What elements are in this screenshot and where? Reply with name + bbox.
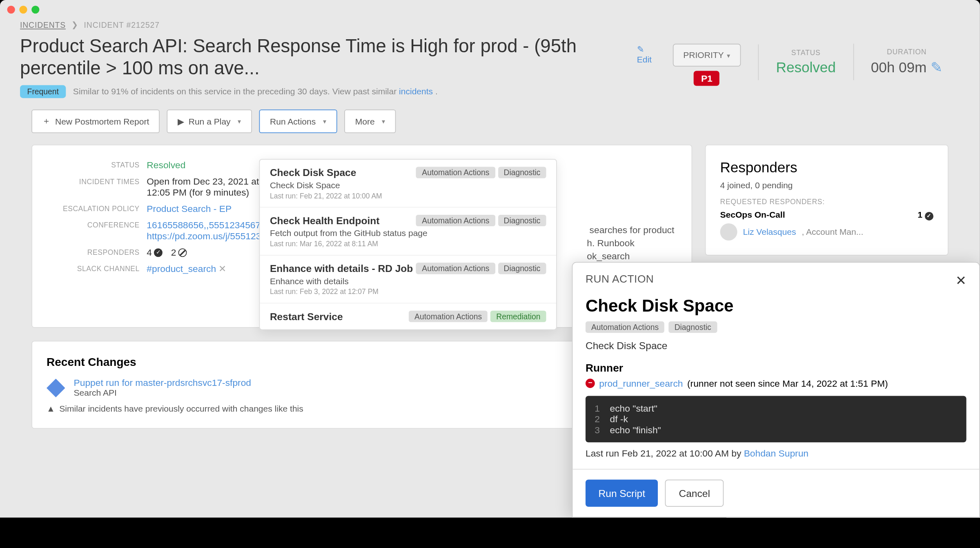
run-action-desc: Check Disk Space [586,340,967,352]
menu-item-check-disk-space[interactable]: Check Disk SpaceAutomation ActionsDiagno… [260,160,556,207]
check-icon: ✓ [925,212,933,221]
menu-item-restart-service[interactable]: Restart ServiceAutomation ActionsRemedia… [260,303,556,329]
priority-badge: P1 [694,71,719,86]
close-window-icon[interactable] [7,6,15,13]
edit-duration-icon[interactable]: ✎ [931,59,943,75]
minus-icon: − [586,379,595,388]
duration-label: DURATION [871,48,943,56]
run-action-title: Check Disk Space [586,296,967,316]
recent-changes-title: Recent Changes [47,356,136,369]
minimize-window-icon[interactable] [19,6,27,13]
run-actions-menu: Check Disk SpaceAutomation ActionsDiagno… [259,159,557,330]
run-play-dropdown[interactable]: ▶Run a Play [167,109,252,133]
run-action-header: RUN ACTION [586,273,654,289]
similar-text: Similar to 91% of incidents on this serv… [73,87,438,97]
status-label: STATUS [776,48,836,56]
runner-link[interactable]: prod_runner_search [599,378,683,389]
last-run-text: Last run Feb 21, 2022 at 10:00 AM by Boh… [586,448,967,459]
change-service: Search API [74,388,594,398]
breadcrumb: INCIDENTS ❯ INCIDENT #212527 [0,20,980,29]
new-postmortem-button[interactable]: ＋New Postmortem Report [31,109,160,133]
close-icon[interactable]: ✕ [956,273,966,289]
block-icon [178,248,187,256]
cancel-button[interactable]: Cancel [665,480,724,507]
script-code: 1echo "start" 2df -k 3echo "finish" [586,396,967,442]
change-icon [47,379,65,397]
more-dropdown[interactable]: More [344,109,396,133]
plus-icon: ＋ [42,115,51,127]
menu-item-enhance-details[interactable]: Enhance with details - RD JobAutomation … [260,256,556,303]
run-action-panel: RUN ACTION ✕ Check Disk Space Automation… [572,262,980,518]
responders-card: Responders 4 joined, 0 pending REQUESTED… [705,145,949,256]
breadcrumb-root[interactable]: INCIDENTS [20,20,66,29]
responders-title: Responders [720,160,933,176]
last-run-user-link[interactable]: Bohdan Suprun [744,448,808,459]
edit-button[interactable]: ✎ Edit [637,45,655,65]
runner-heading: Runner [586,361,967,374]
app-window: INCIDENTS ❯ INCIDENT #212527 Product Sea… [0,0,980,517]
status-value: Resolved [776,59,836,76]
menu-item-check-health[interactable]: Check Health EndpointAutomation ActionsD… [260,207,556,255]
frequent-badge: Frequent [20,85,66,98]
responders-subcount: 4 joined, 0 pending [720,180,933,191]
remove-icon[interactable]: ✕ [218,263,226,274]
change-title-link[interactable]: Puppet run for master-prdsrchsvc17-sfpro… [74,377,594,388]
run-action-tags: Automation ActionsDiagnostic [586,321,967,333]
play-icon: ▶ [178,116,184,127]
check-icon: ✓ [154,248,163,256]
similar-incidents-link[interactable]: incidents [399,87,433,97]
requested-responders-label: REQUESTED RESPONDERS: [720,198,933,205]
run-actions-dropdown[interactable]: Run Actions [259,109,337,133]
avatar [720,223,737,241]
page-title: Product Search API: Search Response Time… [20,35,628,80]
oncall-row: SecOps On-Call 1 ✓ [720,210,933,221]
warning-icon: ▲ [47,404,55,414]
maximize-window-icon[interactable] [31,6,39,13]
runner-line: − prod_runner_search (runner not seen si… [586,378,967,389]
titlebar [0,0,980,10]
run-script-button[interactable]: Run Script [586,480,658,507]
duration-value: 00h 09m ✎ [871,59,943,76]
priority-dropdown[interactable]: PRIORITY [673,44,741,67]
chevron-right-icon: ❯ [71,20,78,29]
action-bar: ＋New Postmortem Report ▶Run a Play Run A… [0,98,980,145]
responder-person[interactable]: Liz Velasques, Account Man... [720,223,933,241]
breadcrumb-current: INCIDENT #212527 [84,20,160,29]
